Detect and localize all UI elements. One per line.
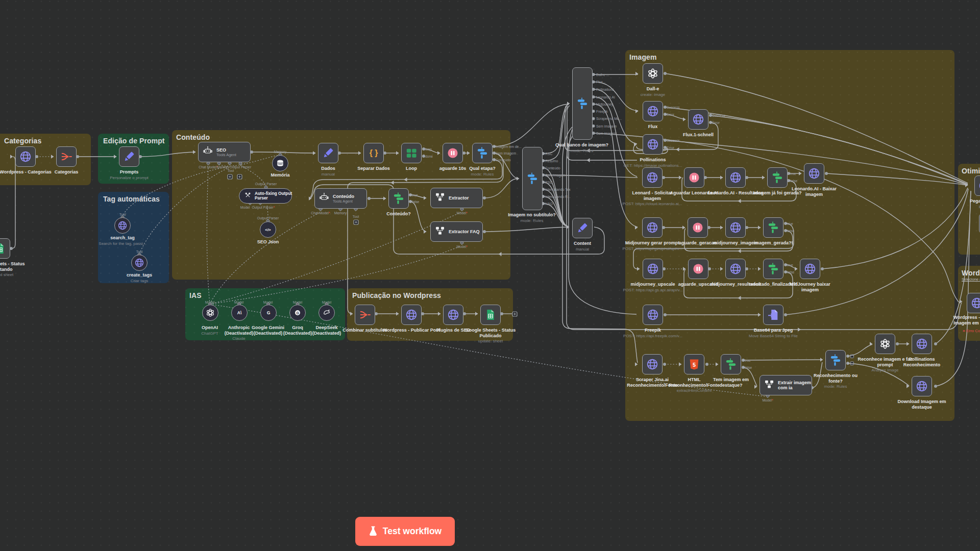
svg-text:A\: A\: [237, 310, 241, 315]
svg-text:5: 5: [693, 362, 696, 368]
svg-text:</>: </>: [265, 228, 271, 232]
svg-text:G: G: [296, 311, 299, 315]
svg-text:{ }: { }: [370, 148, 378, 157]
svg-text:G: G: [266, 310, 270, 315]
